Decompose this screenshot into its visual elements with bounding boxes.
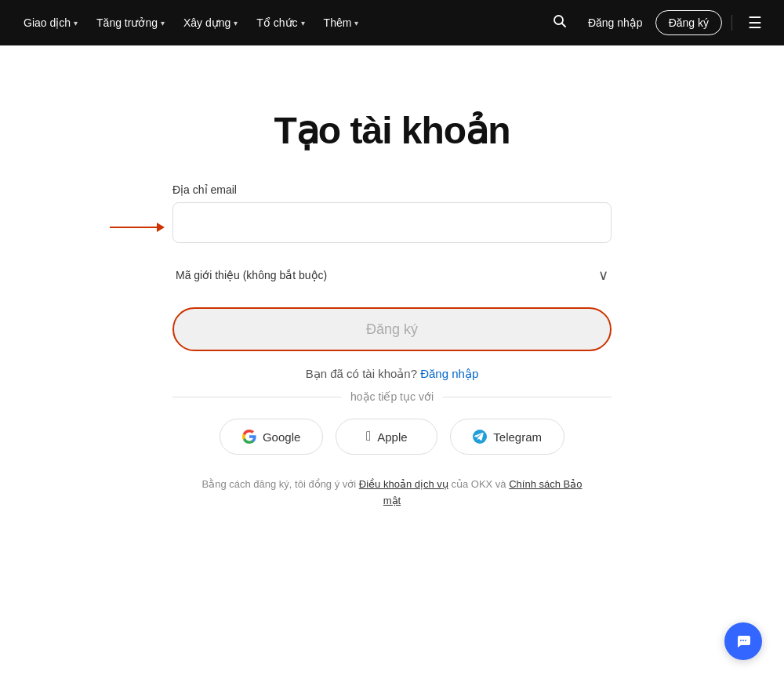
navbar: Giao dịch ▾ Tăng trưởng ▾ Xây dựng ▾ Tổ … — [0, 0, 784, 45]
referral-chevron-icon: ∨ — [598, 267, 608, 284]
nav-chevron-them: ▾ — [354, 19, 358, 27]
search-icon[interactable] — [544, 7, 575, 39]
chat-button[interactable] — [724, 622, 762, 660]
terms-before: Bằng cách đăng ký, tôi đồng ý với — [202, 478, 359, 490]
apple-label: Apple — [377, 430, 407, 444]
nav-item-to-chuc[interactable]: Tổ chức ▾ — [249, 10, 312, 35]
chat-icon — [735, 633, 752, 650]
nav-chevron-tang-truong: ▾ — [161, 19, 165, 27]
nav-item-tang-truong[interactable]: Tăng trưởng ▾ — [89, 10, 172, 35]
main-content: Tạo tài khoản Địa chỉ email Mã giới thiệ… — [0, 45, 784, 510]
telegram-label: Telegram — [493, 430, 542, 444]
social-buttons-row: Google  Apple Telegram — [220, 419, 564, 455]
register-nav-button[interactable]: Đăng ký — [655, 10, 722, 35]
terms-middle: của OKX và — [448, 478, 509, 490]
arrow-line — [110, 227, 157, 228]
terms-text: Bằng cách đăng ký, tôi đồng ý với Điều k… — [196, 477, 588, 510]
nav-label-them: Thêm — [324, 16, 352, 29]
svg-line-1 — [561, 23, 565, 27]
nav-item-giao-dich[interactable]: Giao dịch ▾ — [16, 10, 85, 35]
login-row: Bạn đã có tài khoản? Đăng nhập — [306, 367, 479, 381]
menu-icon[interactable]: ☰ — [742, 7, 768, 38]
google-label: Google — [263, 430, 300, 444]
nav-label-tang-truong: Tăng trưởng — [96, 16, 158, 29]
arrow-head — [157, 223, 165, 232]
nav-chevron-xay-dung: ▾ — [234, 19, 238, 27]
page-title: Tạo tài khoản — [274, 108, 510, 152]
nav-item-them[interactable]: Thêm ▾ — [316, 10, 367, 35]
svg-point-4 — [742, 640, 744, 641]
referral-row[interactable]: Mã giới thiệu (không bắt buộc) ∨ — [172, 256, 612, 295]
telegram-icon — [473, 430, 487, 444]
register-form: Địa chỉ email Mã giới thiệu (không bắt b… — [172, 183, 612, 510]
google-icon — [242, 430, 256, 444]
terms-link-service[interactable]: Điều khoản dịch vụ — [359, 478, 448, 490]
email-group: Địa chỉ email — [172, 183, 612, 243]
register-button[interactable]: Đăng ký — [172, 307, 612, 351]
email-label: Địa chỉ email — [172, 183, 612, 196]
email-input[interactable] — [172, 202, 612, 243]
telegram-button[interactable]: Telegram — [450, 419, 564, 455]
or-text: hoặc tiếp tục với — [350, 390, 434, 403]
login-link[interactable]: Đăng nhập — [420, 367, 478, 380]
referral-label: Mã giới thiệu (không bắt buộc) — [176, 269, 327, 281]
nav-chevron-to-chuc: ▾ — [301, 19, 305, 27]
arrow-annotation — [110, 223, 165, 232]
svg-point-5 — [745, 640, 746, 641]
nav-label-xay-dung: Xây dựng — [183, 16, 230, 29]
or-line-right — [443, 397, 612, 397]
login-text: Bạn đã có tài khoản? — [306, 367, 417, 380]
apple-icon:  — [366, 429, 371, 444]
nav-label-giao-dich: Giao dịch — [24, 16, 71, 29]
nav-label-to-chuc: Tổ chức — [256, 16, 297, 29]
or-divider: hoặc tiếp tục với — [172, 390, 612, 403]
nav-item-xay-dung[interactable]: Xây dựng ▾ — [176, 10, 245, 35]
nav-divider — [731, 15, 732, 31]
login-button[interactable]: Đăng nhập — [579, 10, 652, 35]
svg-point-3 — [740, 640, 742, 641]
apple-button[interactable]:  Apple — [336, 419, 437, 455]
or-line-left — [172, 397, 341, 397]
nav-chevron-giao-dich: ▾ — [74, 19, 78, 27]
google-button[interactable]: Google — [220, 419, 323, 455]
